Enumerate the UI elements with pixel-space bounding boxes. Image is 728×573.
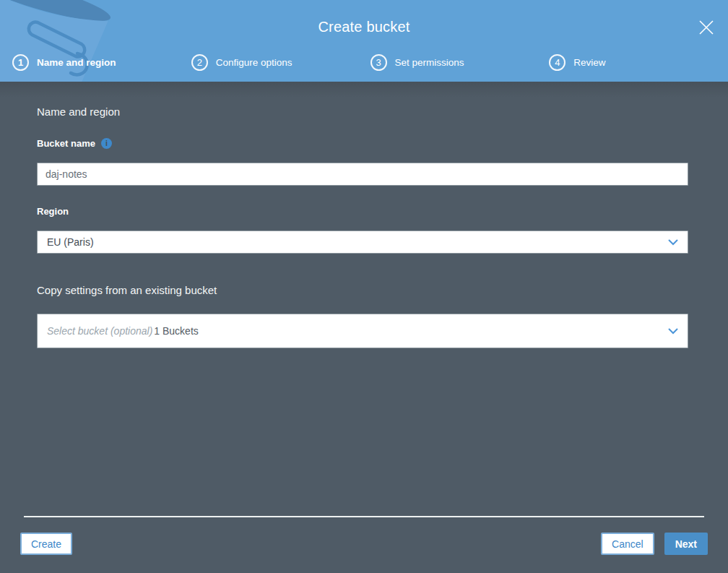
- step-configure-options[interactable]: 2 Configure options: [191, 54, 370, 71]
- close-icon[interactable]: [697, 18, 716, 37]
- bucket-name-label: Bucket name i: [37, 138, 688, 149]
- chevron-down-icon: [668, 239, 678, 246]
- step-review[interactable]: 4 Review: [549, 54, 728, 71]
- modal-header: Create bucket 1 Name and region 2 Config…: [0, 0, 728, 82]
- modal-title: Create bucket: [0, 19, 728, 35]
- copy-bucket-placeholder: Select bucket (optional): [47, 325, 152, 337]
- step-name-and-region[interactable]: 1 Name and region: [12, 54, 191, 71]
- bucket-count: 1 Buckets: [154, 325, 198, 337]
- section-heading: Name and region: [37, 105, 688, 118]
- step-number-badge: 1: [12, 54, 29, 71]
- modal-body: Name and region Bucket name i Region EU …: [0, 82, 728, 516]
- region-select[interactable]: EU (Paris): [37, 231, 688, 254]
- region-label: Region: [37, 206, 688, 217]
- bucket-name-input[interactable]: [37, 163, 688, 186]
- create-bucket-modal: Create bucket 1 Name and region 2 Config…: [0, 0, 728, 573]
- step-number-badge: 3: [370, 54, 387, 71]
- chevron-down-icon: [668, 328, 678, 335]
- right-buttons: Cancel Next: [601, 533, 708, 555]
- step-label: Name and region: [37, 57, 116, 68]
- step-number-badge: 4: [549, 54, 566, 71]
- region-label-text: Region: [37, 206, 69, 217]
- step-label: Review: [573, 57, 605, 68]
- cancel-button[interactable]: Cancel: [601, 533, 654, 555]
- bucket-name-label-text: Bucket name: [37, 138, 95, 149]
- title-row: Create bucket: [0, 0, 728, 43]
- step-indicator: 1 Name and region 2 Configure options 3 …: [0, 43, 728, 82]
- footer-buttons-row: Create Cancel Next: [0, 517, 728, 573]
- region-select-value: EU (Paris): [47, 236, 94, 248]
- step-set-permissions[interactable]: 3 Set permissions: [370, 54, 550, 71]
- copy-settings-heading: Copy settings from an existing bucket: [37, 284, 688, 296]
- step-label: Set permissions: [395, 57, 464, 68]
- info-icon[interactable]: i: [101, 138, 112, 149]
- step-label: Configure options: [216, 57, 292, 68]
- create-button[interactable]: Create: [20, 533, 72, 555]
- copy-bucket-select[interactable]: Select bucket (optional) 1 Buckets: [37, 314, 688, 348]
- modal-footer: Create Cancel Next: [0, 516, 728, 573]
- step-number-badge: 2: [191, 54, 208, 71]
- next-button[interactable]: Next: [664, 533, 708, 555]
